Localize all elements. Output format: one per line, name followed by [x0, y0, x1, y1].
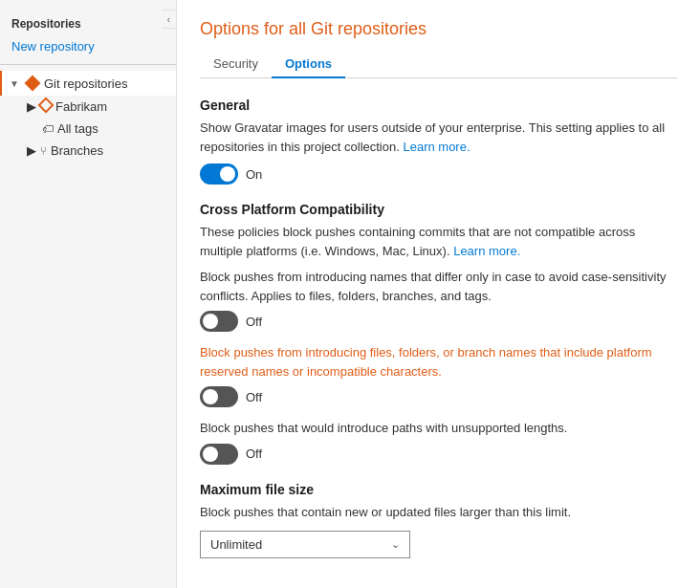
tab-security[interactable]: Security	[200, 51, 272, 78]
general-desc: Show Gravatar images for users outside o…	[200, 119, 677, 156]
fabrikam-label: Fabrikam	[55, 99, 107, 114]
general-toggle-thumb	[220, 166, 235, 182]
general-toggle[interactable]	[200, 163, 238, 185]
policy-1-toggle-row: Off	[200, 311, 677, 332]
tabs-bar: Security Options	[200, 51, 677, 78]
cross-platform-learn-more-link[interactable]: Learn more.	[453, 244, 520, 258]
policy-3-toggle-label: Off	[246, 446, 262, 461]
new-repository-link[interactable]: New repository	[0, 34, 176, 58]
cross-platform-section: Cross Platform Compatibility These polic…	[200, 202, 677, 465]
max-file-size-desc: Block pushes that contain new or updated…	[200, 503, 677, 522]
cross-platform-title: Cross Platform Compatibility	[200, 202, 677, 217]
branches-expand-icon: ▶	[27, 143, 36, 158]
branches-label: Branches	[51, 143, 103, 158]
general-toggle-row: On	[200, 163, 677, 185]
expand-icon: ▼	[10, 78, 21, 89]
file-size-dropdown-value: Unlimited	[210, 537, 262, 552]
chevron-down-icon: ⌄	[391, 538, 400, 551]
policy-1-toggle[interactable]	[200, 311, 238, 332]
sidebar-item-branches[interactable]: ▶ ⑂ Branches	[0, 140, 176, 162]
branches-icon: ⑂	[40, 144, 47, 158]
git-repositories-label: Git repositories	[44, 76, 127, 91]
sidebar-divider	[0, 64, 176, 65]
policy-2-toggle-thumb	[203, 389, 218, 404]
policy-2-desc: Block pushes from introducing files, fol…	[200, 343, 677, 381]
sidebar-item-all-tags[interactable]: 🏷 All tags	[0, 118, 176, 140]
max-file-size-title: Maximum file size	[200, 482, 677, 497]
policy-1-toggle-label: Off	[246, 315, 262, 329]
policy-3-toggle[interactable]	[200, 444, 238, 465]
general-section: General Show Gravatar images for users o…	[200, 98, 677, 185]
sidebar: ‹ Repositories New repository ▼ Git repo…	[0, 0, 177, 588]
repositories-section-label: Repositories	[0, 10, 176, 34]
tab-options[interactable]: Options	[272, 51, 345, 78]
tag-icon: 🏷	[42, 122, 54, 136]
general-toggle-label: On	[246, 167, 262, 182]
page-title: Options for all Git repositories	[200, 19, 677, 39]
policy-2-toggle[interactable]	[200, 386, 238, 407]
general-title: General	[200, 98, 677, 113]
fabrikam-expand-icon: ▶	[27, 99, 36, 114]
general-learn-more-link[interactable]: Learn more.	[403, 140, 470, 154]
sidebar-item-fabrikam[interactable]: ▶ Fabrikam	[0, 96, 176, 118]
policy-3-desc: Block pushes that would introduce paths …	[200, 419, 677, 438]
policy-3-toggle-row: Off	[200, 444, 677, 465]
cross-platform-desc: These policies block pushes containing c…	[200, 223, 677, 260]
file-size-dropdown-row: Unlimited ⌄	[200, 531, 677, 558]
max-file-size-section: Maximum file size Block pushes that cont…	[200, 482, 677, 559]
file-size-dropdown[interactable]: Unlimited ⌄	[200, 531, 410, 558]
main-content: Options for all Git repositories Securit…	[177, 0, 700, 588]
sidebar-item-git-repositories[interactable]: ▼ Git repositories	[0, 71, 176, 96]
all-tags-label: All tags	[57, 121, 98, 136]
git-repos-icon	[25, 76, 40, 91]
policy-3-toggle-thumb	[203, 446, 218, 462]
collapse-sidebar-button[interactable]: ‹	[162, 10, 177, 29]
policy-2-toggle-label: Off	[246, 390, 262, 404]
policy-2-toggle-row: Off	[200, 386, 677, 407]
policy-1-desc: Block pushes from introducing names that…	[200, 268, 677, 305]
fabrikam-icon	[40, 99, 52, 114]
policy-1-toggle-thumb	[203, 314, 218, 329]
